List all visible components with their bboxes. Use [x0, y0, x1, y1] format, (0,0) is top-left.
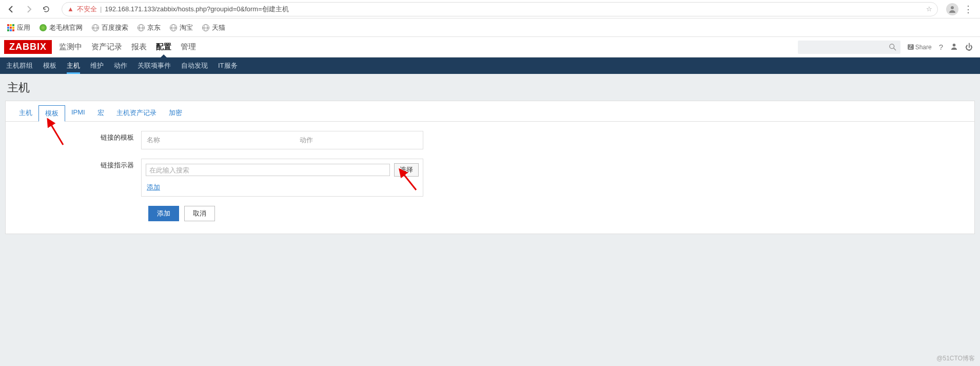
- tab-host[interactable]: 主机: [13, 105, 38, 121]
- tab-encryption[interactable]: 加密: [163, 105, 188, 121]
- nav-reports[interactable]: 报表: [131, 37, 147, 57]
- favicon-icon: [40, 24, 47, 31]
- row-link-new: 链接指示器 选择 添加: [13, 159, 967, 197]
- svg-line-2: [893, 48, 895, 50]
- nav-inventory[interactable]: 资产记录: [91, 37, 122, 57]
- bookmark-item-0[interactable]: 老毛桃官网: [40, 23, 83, 32]
- col-name: 名称: [142, 131, 295, 149]
- bookmark-label: 老毛桃官网: [49, 23, 83, 32]
- bookmarks-bar: 应用 老毛桃官网 百度搜索 京东 淘宝 天猫: [0, 18, 980, 37]
- power-icon[interactable]: ⏻: [965, 43, 973, 51]
- col-action: 动作: [295, 131, 423, 149]
- nav-config[interactable]: 配置: [156, 37, 171, 57]
- form-actions: 添加 取消: [13, 206, 967, 221]
- search-icon: [889, 44, 896, 51]
- form-tabs: 主机 模板 IPMI 宏 主机资产记录 加密: [6, 101, 974, 122]
- tab-macros[interactable]: 宏: [91, 105, 110, 121]
- bookmark-star-icon[interactable]: ☆: [926, 5, 932, 13]
- linked-templates-table: 名称 动作: [141, 131, 423, 149]
- nav-admin[interactable]: 管理: [181, 37, 196, 57]
- forward-button[interactable]: [22, 2, 36, 16]
- url-separator: |: [100, 5, 102, 13]
- share-badge-icon: Z: [908, 44, 914, 50]
- subnav-correlation[interactable]: 关联项事件: [138, 57, 171, 74]
- apps-label: 应用: [17, 23, 30, 32]
- subnav-discovery[interactable]: 自动发现: [181, 57, 208, 74]
- subnav-services[interactable]: IT服务: [218, 57, 238, 74]
- back-button[interactable]: [4, 2, 18, 16]
- globe-icon: [92, 24, 99, 31]
- bookmark-item-4[interactable]: 天猫: [202, 23, 225, 32]
- main-nav: 监测中 资产记录 报表 配置 管理: [59, 37, 196, 57]
- label-link-new: 链接指示器: [13, 159, 141, 170]
- subnav-actions[interactable]: 动作: [114, 57, 127, 74]
- link-new-box: 选择 添加: [141, 159, 423, 197]
- reload-button[interactable]: [39, 2, 53, 16]
- tab-inventory[interactable]: 主机资产记录: [110, 105, 163, 121]
- share-label: Share: [915, 44, 932, 51]
- cancel-button[interactable]: 取消: [184, 206, 215, 221]
- page-body: 主机 主机 模板 IPMI 宏 主机资产记录 加密 链接的模板 名称 动作 链接…: [0, 74, 980, 366]
- help-icon[interactable]: ?: [939, 43, 943, 51]
- insecure-icon: ▲: [67, 5, 74, 13]
- profile-avatar[interactable]: [946, 3, 958, 15]
- user-icon[interactable]: [950, 43, 958, 52]
- label-linked-templates: 链接的模板: [13, 131, 141, 142]
- add-link[interactable]: 添加: [142, 181, 165, 196]
- apps-icon: [7, 24, 14, 31]
- select-button[interactable]: 选择: [394, 163, 419, 177]
- global-search[interactable]: [798, 41, 900, 54]
- bookmark-item-3[interactable]: 淘宝: [170, 23, 193, 32]
- sub-nav: 主机群组 模板 主机 维护 动作 关联项事件 自动发现 IT服务: [0, 57, 980, 74]
- app-header: ZABBIX 监测中 资产记录 报表 配置 管理 Z Share ? ⏻: [0, 37, 980, 57]
- subnav-maintenance[interactable]: 维护: [90, 57, 104, 74]
- nav-monitoring[interactable]: 监测中: [59, 37, 82, 57]
- share-button[interactable]: Z Share: [908, 44, 932, 51]
- tab-templates[interactable]: 模板: [38, 105, 65, 122]
- address-bar[interactable]: ▲ 不安全 | 192.168.171.133/zabbix/hosts.php…: [62, 2, 938, 16]
- insecure-label: 不安全: [77, 5, 97, 14]
- globe-icon: [202, 24, 209, 31]
- template-search-input[interactable]: [146, 164, 390, 176]
- watermark: @51CTO博客: [936, 354, 975, 363]
- browser-toolbar: ▲ 不安全 | 192.168.171.133/zabbix/hosts.php…: [0, 0, 980, 18]
- row-linked-templates: 链接的模板 名称 动作: [13, 131, 967, 149]
- svg-point-1: [889, 44, 894, 48]
- tab-ipmi[interactable]: IPMI: [65, 105, 91, 121]
- svg-point-0: [951, 6, 954, 9]
- bookmark-label: 百度搜索: [102, 23, 128, 32]
- url-text: 192.168.171.133/zabbix/hosts.php?groupid…: [105, 5, 288, 14]
- page-title: 主机: [0, 74, 980, 101]
- bookmark-label: 淘宝: [180, 23, 193, 32]
- template-selector: 选择: [142, 159, 423, 181]
- form-area: 链接的模板 名称 动作 链接指示器 选择 添加: [6, 122, 974, 234]
- bookmark-item-1[interactable]: 百度搜索: [92, 23, 128, 32]
- globe-icon: [138, 24, 145, 31]
- globe-icon: [170, 24, 177, 31]
- subnav-templates[interactable]: 模板: [43, 57, 56, 74]
- zabbix-logo[interactable]: ZABBIX: [4, 40, 52, 54]
- apps-button[interactable]: 应用: [7, 23, 30, 32]
- linked-templates-header: 名称 动作: [142, 131, 423, 149]
- subnav-hostgroups[interactable]: 主机群组: [6, 57, 33, 74]
- bookmark-label: 天猫: [212, 23, 225, 32]
- submit-button[interactable]: 添加: [148, 206, 179, 221]
- bookmark-label: 京东: [147, 23, 161, 32]
- svg-point-3: [953, 43, 956, 46]
- form-card: 主机 模板 IPMI 宏 主机资产记录 加密 链接的模板 名称 动作 链接指示器: [5, 101, 975, 234]
- subnav-hosts[interactable]: 主机: [67, 57, 80, 74]
- bookmark-item-2[interactable]: 京东: [138, 23, 161, 32]
- browser-menu-icon[interactable]: ⋮: [964, 4, 973, 15]
